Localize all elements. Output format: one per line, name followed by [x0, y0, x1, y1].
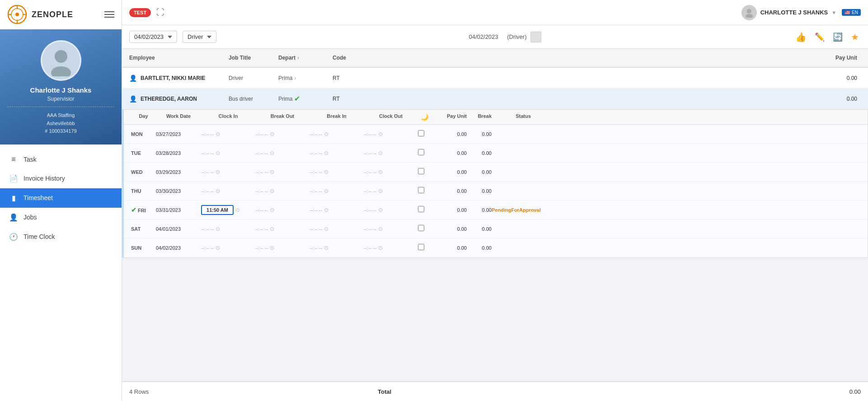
ts-overnight[interactable]	[418, 225, 431, 233]
clock-icon[interactable]: ⊙	[378, 188, 383, 194]
ts-day: WED	[131, 169, 156, 175]
ts-clockin-cell[interactable]: --:-- -- ⊙	[201, 169, 255, 175]
test-badge: TEST	[129, 8, 151, 17]
ts-clockin-cell[interactable]: --:-- -- ⊙	[201, 245, 255, 251]
overnight-checkbox[interactable]	[418, 149, 424, 155]
sidebar-item-time-clock[interactable]: 🕐 Time Clock	[0, 227, 122, 247]
clock-icon[interactable]: ⊙	[216, 169, 220, 175]
like-button[interactable]: 👍	[793, 30, 808, 44]
clock-icon[interactable]: ⊙	[270, 169, 274, 175]
ts-clockout-cell[interactable]: --:-- -- ⊙	[364, 245, 418, 251]
ts-clockin-cell[interactable]: --:-- -- ⊙	[201, 226, 255, 232]
ts-breakout-cell[interactable]: --:-- -- ⊙	[255, 169, 310, 175]
star-button[interactable]: ★	[849, 30, 861, 44]
overnight-checkbox[interactable]	[418, 244, 424, 250]
ts-payunit: 0.00	[431, 207, 467, 213]
clock-icon[interactable]: ⊙	[270, 245, 274, 251]
edit-button[interactable]: ✏️	[813, 30, 826, 44]
ts-clockout-cell[interactable]: --:-- -- ⊙	[364, 226, 418, 232]
ts-overnight[interactable]	[418, 187, 431, 195]
sidebar-item-jobs[interactable]: 👤 Jobs	[0, 208, 122, 227]
language-selector[interactable]: 🇺🇸 EN	[842, 9, 861, 16]
ts-overnight[interactable]	[418, 244, 431, 252]
clock-icon[interactable]: ⊙	[378, 226, 383, 232]
ts-breakin-cell[interactable]: --:-- -- ⊙	[310, 207, 364, 213]
clock-icon[interactable]: ⊙	[324, 150, 328, 156]
clock-icon[interactable]: ⊙	[378, 207, 383, 213]
clock-icon[interactable]: ⊙	[216, 150, 220, 156]
ts-breakout-cell[interactable]: --:-- -- ⊙	[255, 226, 310, 232]
date-from-select[interactable]: 04/02/2023	[129, 31, 177, 43]
clock-icon[interactable]: ⊙	[216, 245, 220, 251]
ts-breakout-cell[interactable]: --:-- -- ⊙	[255, 150, 310, 156]
clock-icon[interactable]: ⊙	[270, 188, 274, 194]
clock-icon[interactable]: ⊙	[378, 169, 383, 175]
clock-icon[interactable]: ⊙	[378, 131, 383, 137]
col-payunit-header: Pay Unit	[825, 55, 861, 61]
ts-clockin-cell[interactable]: 11:50 AM ⊙	[201, 205, 255, 215]
table-row[interactable]: 👤 BARTLETT, NIKKI MARIE Driver Prima › R…	[122, 68, 868, 89]
svg-point-2	[15, 13, 19, 16]
clock-icon[interactable]: ⊙	[324, 131, 328, 137]
job-type-select[interactable]: Driver	[183, 31, 216, 43]
clock-icon[interactable]: ⊙	[324, 245, 328, 251]
sidebar-item-invoice-history[interactable]: 📄 Invoice History	[0, 169, 122, 188]
ts-clockout-cell[interactable]: --:-- -- ⊙	[364, 150, 418, 156]
ts-break: 0.00	[467, 188, 492, 194]
ts-clockout-cell[interactable]: --:-- -- ⊙	[364, 131, 418, 137]
ts-breakin-cell[interactable]: --:-- -- ⊙	[310, 150, 364, 156]
table-row[interactable]: 👤 ETHEREDGE, AARON Bus driver Prima ✔ RT…	[122, 89, 868, 109]
sidebar-item-task[interactable]: ≡ Task	[0, 150, 122, 169]
ts-overnight[interactable]	[418, 168, 431, 176]
timesheet-panel: Day Work Date Clock In Break Out Break I…	[122, 109, 868, 258]
refresh-button[interactable]: 🔄	[831, 30, 845, 44]
overnight-checkbox[interactable]	[418, 225, 424, 231]
clock-icon[interactable]: ⊙	[324, 207, 328, 213]
clock-icon[interactable]: ⊙	[378, 245, 383, 251]
clock-icon[interactable]: ⊙	[324, 226, 328, 232]
overnight-checkbox[interactable]	[418, 168, 424, 174]
clock-icon[interactable]: ⊙	[324, 188, 328, 194]
svg-point-10	[746, 14, 753, 18]
ts-breakin-cell[interactable]: --:-- -- ⊙	[310, 131, 364, 137]
ts-breakout-cell[interactable]: --:-- -- ⊙	[255, 131, 310, 137]
overnight-checkbox[interactable]	[418, 187, 424, 193]
clock-icon[interactable]: ⊙	[270, 150, 274, 156]
ts-clockin-cell[interactable]: --:-- -- ⊙	[201, 150, 255, 156]
clock-icon[interactable]: ⊙	[270, 207, 274, 213]
clock-icon[interactable]: ⊙	[216, 188, 220, 194]
timesheet-row: TUE 03/28/2023 --:-- -- ⊙ --:-- -- ⊙ --:…	[124, 144, 868, 163]
footer-bar: 4 Rows Total 0.00	[122, 381, 868, 401]
ts-date: 03/29/2023	[156, 169, 201, 175]
ts-clockout-cell[interactable]: --:-- -- ⊙	[364, 169, 418, 175]
ts-clockin-cell[interactable]: --:-- -- ⊙	[201, 131, 255, 137]
ts-overnight[interactable]	[418, 206, 431, 214]
clock-icon[interactable]: ⊙	[216, 226, 220, 232]
ts-clockout-cell[interactable]: --:-- -- ⊙	[364, 188, 418, 194]
clock-icon[interactable]: ⊙	[270, 131, 274, 137]
ts-breakout-cell[interactable]: --:-- -- ⊙	[255, 188, 310, 194]
clock-icon[interactable]: ⊙	[324, 169, 328, 175]
sidebar-item-invoice-label: Invoice History	[23, 175, 65, 182]
clock-icon[interactable]: ⊙	[216, 131, 220, 137]
ts-breakout-cell[interactable]: --:-- -- ⊙	[255, 245, 310, 251]
hamburger-menu[interactable]	[104, 11, 114, 18]
clock-icon[interactable]: ⊙	[270, 226, 274, 232]
clock-icon[interactable]: ⊙	[378, 150, 383, 156]
ts-breakin-cell[interactable]: --:-- -- ⊙	[310, 169, 364, 175]
sidebar-item-timesheet[interactable]: ▮ Timesheet	[0, 188, 122, 208]
ts-breakin-cell[interactable]: --:-- -- ⊙	[310, 245, 364, 251]
clock-icon[interactable]: ⊙	[235, 207, 240, 213]
ts-breakout-cell[interactable]: --:-- -- ⊙	[255, 207, 310, 213]
overnight-checkbox[interactable]	[418, 130, 424, 136]
ts-overnight[interactable]	[418, 130, 431, 138]
fullscreen-button[interactable]: ⛶	[155, 6, 166, 19]
ts-clockin-cell[interactable]: --:-- -- ⊙	[201, 188, 255, 194]
ts-clockout-cell[interactable]: --:-- -- ⊙	[364, 207, 418, 213]
ts-breakin-cell[interactable]: --:-- -- ⊙	[310, 188, 364, 194]
col-employee-header: Employee	[129, 55, 229, 61]
ts-overnight[interactable]	[418, 149, 431, 157]
ts-breakin-cell[interactable]: --:-- -- ⊙	[310, 226, 364, 232]
overnight-checkbox[interactable]	[418, 206, 424, 212]
user-menu[interactable]: CHARLOTTE J SHANKS ▼	[741, 5, 836, 20]
